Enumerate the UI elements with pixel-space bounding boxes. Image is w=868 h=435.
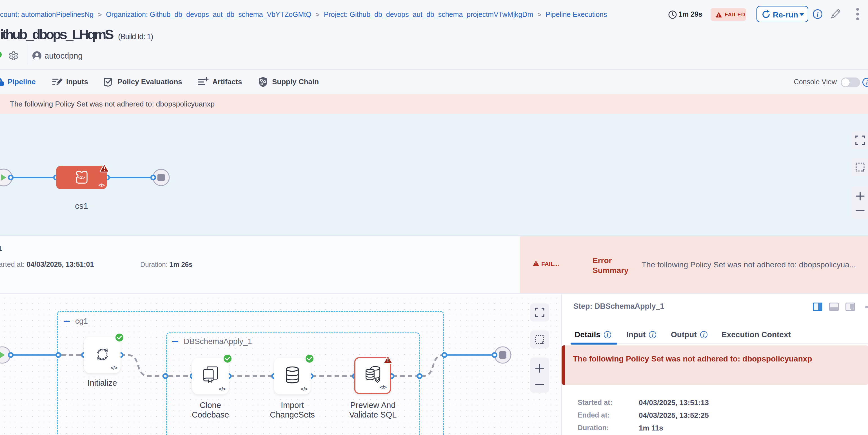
svg-text:</>: </> — [78, 175, 85, 180]
